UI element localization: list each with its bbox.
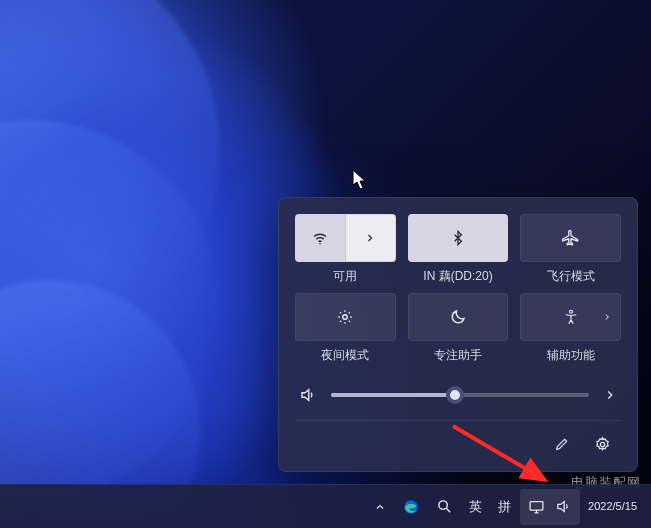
airplane-icon (562, 229, 580, 247)
wifi-icon (311, 229, 329, 247)
accessibility-icon (562, 308, 580, 326)
taskbar-date: 2022/5/15 (588, 500, 637, 513)
airplane-mode-tile[interactable] (520, 214, 621, 262)
quick-settings-panel: 可用 IN 藕(DD:20) 飞行模式 夜间模式 (278, 197, 638, 472)
quick-settings-footer (295, 420, 621, 463)
bluetooth-icon (450, 230, 466, 246)
wifi-expand[interactable] (346, 215, 395, 261)
night-light-label: 夜间模式 (321, 347, 369, 364)
quick-settings-grid: 可用 IN 藕(DD:20) 飞行模式 夜间模式 (295, 214, 621, 364)
chevron-right-icon (603, 388, 617, 402)
edit-quick-settings-button[interactable] (545, 429, 579, 459)
chevron-right-icon (602, 312, 612, 322)
night-light-icon (336, 308, 354, 326)
volume-slider-thumb[interactable] (446, 386, 464, 404)
tray-overflow-button[interactable] (367, 489, 393, 525)
wifi-tile[interactable] (295, 214, 396, 262)
volume-slider[interactable] (331, 393, 589, 397)
focus-assist-tile[interactable] (408, 293, 509, 341)
taskbar: 英 拼 2022/5/15 (0, 484, 651, 528)
ime-mode-indicator[interactable]: 拼 (491, 489, 518, 525)
accessibility-label: 辅助功能 (547, 347, 595, 364)
accessibility-tile[interactable] (520, 293, 621, 341)
svg-point-6 (439, 501, 448, 510)
svg-rect-7 (530, 502, 543, 511)
wifi-label: 可用 (333, 268, 357, 285)
airplane-mode-label: 飞行模式 (547, 268, 595, 285)
volume-expand[interactable] (603, 388, 617, 402)
volume-icon (555, 498, 572, 515)
focus-assist-label: 专注助手 (434, 347, 482, 364)
system-tray-group[interactable] (520, 489, 580, 525)
svg-point-1 (343, 315, 348, 320)
chevron-right-icon (364, 232, 376, 244)
settings-button[interactable] (585, 429, 619, 459)
wifi-toggle[interactable] (296, 215, 346, 261)
ime-language-indicator[interactable]: 英 (462, 489, 489, 525)
bluetooth-label: IN 藕(DD:20) (423, 268, 492, 285)
edge-icon (402, 498, 420, 516)
network-icon (528, 498, 545, 515)
ime-language-text: 英 (469, 498, 482, 516)
volume-icon[interactable] (299, 386, 317, 404)
svg-point-0 (320, 243, 322, 245)
svg-point-2 (569, 310, 572, 313)
ime-mode-text: 拼 (498, 498, 511, 516)
edge-browser-icon[interactable] (395, 489, 427, 525)
night-light-tile[interactable] (295, 293, 396, 341)
search-button[interactable] (429, 489, 460, 525)
gear-icon (594, 436, 611, 453)
chevron-up-icon (374, 501, 386, 513)
svg-point-3 (600, 442, 604, 446)
taskbar-clock[interactable]: 2022/5/15 (582, 489, 643, 525)
moon-icon (449, 308, 467, 326)
pencil-icon (554, 436, 570, 452)
search-icon (436, 498, 453, 515)
volume-slider-fill (331, 393, 455, 397)
volume-row (295, 386, 621, 404)
bluetooth-tile[interactable] (408, 214, 509, 262)
